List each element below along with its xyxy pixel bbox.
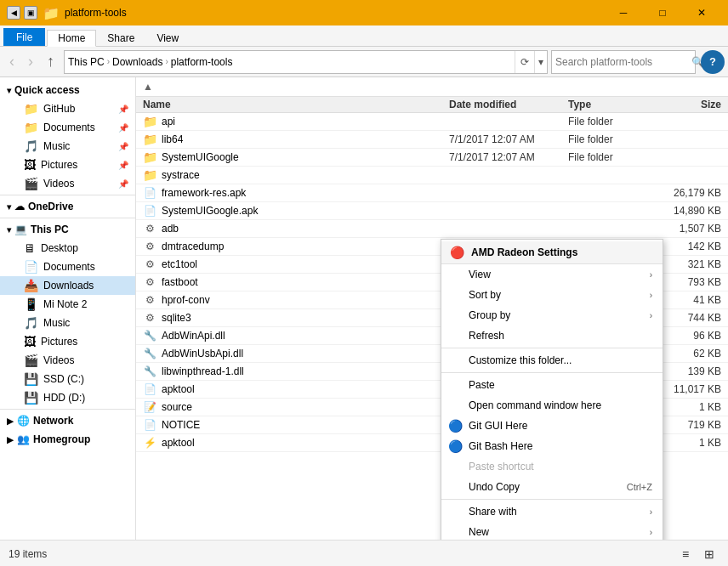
ctx-new-arrow: › bbox=[650, 528, 652, 537]
table-row[interactable]: 📄framework-res.apk 26,179 KB bbox=[136, 184, 728, 202]
ctx-customize[interactable]: Customize this folder... bbox=[441, 350, 663, 371]
sidebar-item-hdd[interactable]: 💾 HDD (D:) bbox=[0, 388, 135, 407]
sys-btn-1[interactable]: ◀ bbox=[7, 6, 20, 20]
ctx-group-by-label: Group by bbox=[469, 309, 510, 321]
ctx-share-with[interactable]: Share with › bbox=[441, 501, 663, 522]
file-name: systrace bbox=[162, 169, 200, 181]
up-button[interactable]: ↑ bbox=[41, 50, 60, 74]
sidebar-item-pc-documents[interactable]: 📄 Documents bbox=[0, 258, 135, 276]
breadcrumb-thispc[interactable]: This PC bbox=[68, 56, 105, 68]
title-bar-left: ◀ ▣ 📁 platform-tools bbox=[7, 5, 127, 21]
sidebar-item-videos[interactable]: 🎬 Videos 📌 bbox=[0, 174, 135, 193]
maximize-button[interactable]: □ bbox=[643, 0, 682, 25]
file-size: 14,890 KB bbox=[653, 205, 721, 217]
ctx-view[interactable]: View › bbox=[441, 264, 663, 285]
view-details-button[interactable]: ≡ bbox=[675, 544, 696, 564]
title-bar-sys: ◀ ▣ bbox=[7, 6, 37, 20]
back-button[interactable]: ‹ bbox=[3, 50, 20, 74]
search-bar[interactable]: 🔍 bbox=[551, 50, 696, 74]
breadcrumb-platform-tools[interactable]: platform-tools bbox=[171, 56, 233, 68]
close-button[interactable]: ✕ bbox=[682, 0, 721, 25]
tab-view[interactable]: View bbox=[145, 30, 190, 46]
sidebar-item-music[interactable]: 🎵 Music 📌 bbox=[0, 137, 135, 156]
file-size: 1,507 KB bbox=[653, 223, 721, 235]
header-date[interactable]: Date modified bbox=[449, 99, 568, 110]
file-name: SystemUIGoogle.apk bbox=[162, 205, 258, 217]
ctx-undo-copy-label: Undo Copy bbox=[469, 481, 520, 493]
network-arrow: ▶ bbox=[7, 416, 14, 426]
forward-button[interactable]: › bbox=[22, 50, 39, 74]
minimize-button[interactable]: ─ bbox=[604, 0, 643, 25]
thispc-icon: 💻 bbox=[14, 224, 27, 235]
file-size: 1 KB bbox=[653, 437, 721, 449]
breadcrumb-downloads[interactable]: Downloads bbox=[112, 56, 162, 68]
sidebar-item-downloads[interactable]: 📥 Downloads bbox=[0, 276, 135, 295]
help-button[interactable]: ? bbox=[701, 50, 725, 74]
file-size: 26,179 KB bbox=[653, 187, 721, 199]
ctx-git-gui[interactable]: 🔵 Git GUI Here bbox=[441, 416, 663, 436]
ctx-customize-label: Customize this folder... bbox=[469, 354, 572, 366]
file-name: fastboot bbox=[162, 276, 198, 288]
sidebar-homegroup[interactable]: ▶ 👥 Homegroup bbox=[0, 430, 135, 449]
ctx-open-cmd[interactable]: Open command window here bbox=[441, 395, 663, 416]
sidebar-item-pictures[interactable]: 🖼 Pictures 📌 bbox=[0, 156, 135, 174]
ctx-group-by[interactable]: Group by › bbox=[441, 305, 663, 325]
ctx-refresh-label: Refresh bbox=[469, 330, 504, 342]
ctx-undo-copy[interactable]: Undo Copy Ctrl+Z bbox=[441, 477, 663, 497]
table-row[interactable]: 📁SystemUIGoogle 7/1/2017 12:07 AM File f… bbox=[136, 149, 728, 167]
ctx-new[interactable]: New › bbox=[441, 522, 663, 540]
sys-btn-2[interactable]: ▣ bbox=[24, 6, 37, 20]
table-row[interactable]: ⚙adb 1,507 KB bbox=[136, 220, 728, 238]
ctx-git-bash[interactable]: 🔵 Git Bash Here bbox=[441, 436, 663, 456]
sidebar-item-github[interactable]: 📁 GitHub 📌 bbox=[0, 99, 135, 118]
context-menu-header-label: AMD Radeon Settings bbox=[471, 246, 577, 258]
file-size: 139 KB bbox=[653, 365, 721, 377]
ctx-sep-1 bbox=[441, 348, 663, 348]
sidebar-item-music-pc[interactable]: 🎵 Music bbox=[0, 314, 135, 332]
quick-access-arrow: ▾ bbox=[7, 86, 11, 95]
table-row[interactable]: 📁api File folder bbox=[136, 113, 728, 131]
ssd-icon: 💾 bbox=[24, 372, 38, 386]
sidebar-onedrive[interactable]: ▾ ☁ OneDrive bbox=[0, 197, 135, 216]
sidebar-item-pictures-pc[interactable]: 🖼 Pictures bbox=[0, 332, 135, 351]
sidebar-item-ssd[interactable]: 💾 SSD (C:) bbox=[0, 370, 135, 388]
hdd-icon: 💾 bbox=[24, 391, 38, 405]
header-type[interactable]: Type bbox=[568, 99, 653, 110]
ctx-paste[interactable]: Paste bbox=[441, 375, 663, 395]
view-large-icons-button[interactable]: ⊞ bbox=[699, 544, 719, 564]
ribbon-tabs: File Home Share View bbox=[0, 25, 728, 46]
file-icon: 🔧 bbox=[143, 329, 156, 342]
file-name: libwinpthread-1.dll bbox=[162, 365, 244, 377]
ctx-paste-shortcut[interactable]: Paste shortcut bbox=[441, 456, 663, 477]
file-icon: ⚙ bbox=[143, 275, 156, 289]
ctx-refresh[interactable]: Refresh bbox=[441, 325, 663, 346]
table-row[interactable]: 📁systrace bbox=[136, 167, 728, 184]
tab-home[interactable]: Home bbox=[47, 30, 96, 47]
file-icon: 🔧 bbox=[143, 347, 156, 360]
table-row[interactable]: 📁lib64 7/1/2017 12:07 AM File folder bbox=[136, 131, 728, 149]
sidebar-item-mi-note[interactable]: 📱 Mi Note 2 bbox=[0, 295, 135, 314]
file-name: lib64 bbox=[162, 133, 183, 145]
ctx-sort-by[interactable]: Sort by › bbox=[441, 285, 663, 305]
file-name: framework-res.apk bbox=[162, 187, 246, 199]
sidebar-item-videos-pc[interactable]: 🎬 Videos bbox=[0, 351, 135, 370]
address-bar[interactable]: This PC › Downloads › platform-tools ⟳ ▾ bbox=[64, 50, 548, 74]
tab-share[interactable]: Share bbox=[96, 30, 145, 46]
sidebar-network[interactable]: ▶ 🌐 Network bbox=[0, 411, 135, 430]
videos-pc-icon: 🎬 bbox=[24, 354, 38, 367]
quick-access-label: Quick access bbox=[14, 84, 80, 96]
address-refresh-button[interactable]: ⟳ bbox=[515, 51, 534, 73]
github-folder-icon: 📁 bbox=[24, 102, 38, 116]
header-size[interactable]: Size bbox=[653, 99, 721, 110]
sidebar-quick-access[interactable]: ▾ Quick access bbox=[0, 81, 135, 99]
context-menu: 🔴 AMD Radeon Settings View › Sort by › G… bbox=[441, 239, 663, 540]
search-input[interactable] bbox=[552, 56, 686, 68]
tab-file[interactable]: File bbox=[3, 28, 45, 46]
sidebar-item-desktop[interactable]: 🖥 Desktop bbox=[0, 239, 135, 258]
sidebar-item-documents[interactable]: 📁 Documents 📌 bbox=[0, 118, 135, 137]
folder-icon: 📁 bbox=[143, 168, 156, 182]
address-dropdown-button[interactable]: ▾ bbox=[534, 51, 547, 73]
sidebar-thispc[interactable]: ▾ 💻 This PC bbox=[0, 220, 135, 239]
header-name[interactable]: Name bbox=[143, 99, 449, 110]
table-row[interactable]: 📄SystemUIGoogle.apk 14,890 KB bbox=[136, 202, 728, 220]
